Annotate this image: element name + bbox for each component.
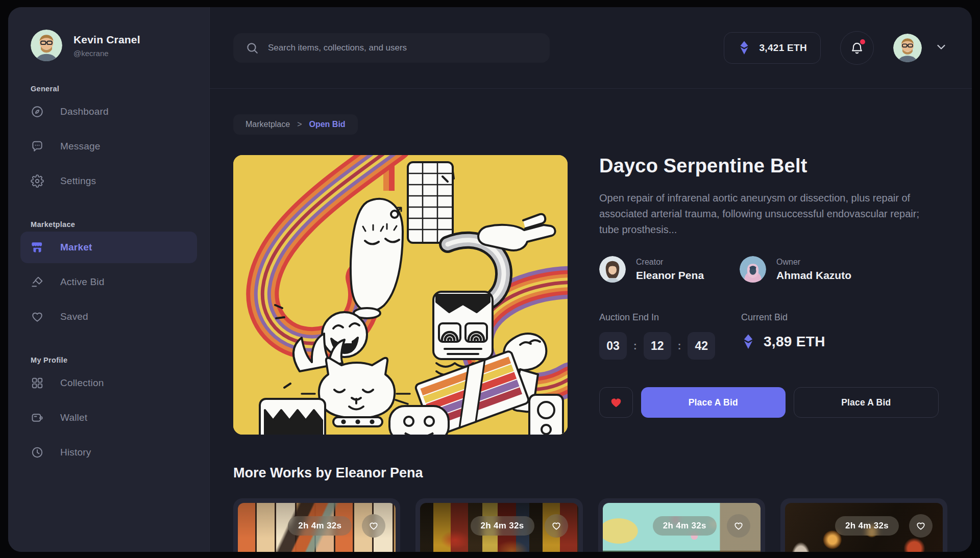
work-like-button[interactable] [545,514,568,538]
breadcrumb-marketplace[interactable]: Marketplace [246,120,290,129]
chevron-down-icon [935,41,947,55]
sidebar-profile-text: Kevin Cranel @kecrane [74,34,140,58]
heart-icon [551,521,562,531]
sidebar-item-label: History [60,447,91,458]
sidebar-profile[interactable]: Kevin Cranel @kecrane [20,30,197,61]
user-handle: @kecrane [74,49,140,58]
wallet-balance-chip[interactable]: 3,421 ETH [724,32,821,64]
sidebar-item-label: Dashboard [60,106,109,117]
sidebar-item-label: Wallet [60,412,87,423]
heart-icon [733,521,744,531]
owner-link[interactable]: Owner Ahmad Kazuto [740,256,851,283]
heart-icon [368,521,379,531]
creator-link[interactable]: Creator Eleanor Pena [599,256,709,283]
sidebar-item-label: Message [60,141,101,152]
sidebar-item-active-bid[interactable]: Active Bid [20,266,197,298]
sidebar-item-history[interactable]: History [20,437,197,468]
notification-dot [860,39,865,44]
work-like-button[interactable] [909,514,933,538]
owner-role: Owner [776,258,851,267]
sidebar-item-collection[interactable]: Collection [20,367,197,399]
creator-role: Creator [636,258,704,267]
sidebar-item-label: Settings [60,175,96,187]
message-icon [31,140,44,153]
work-card-image: 2h 4m 32s [238,503,396,552]
owner-avatar [740,256,766,283]
sidebar-item-market[interactable]: Market [20,232,197,263]
timer-colon: : [633,340,637,352]
more-works-heading: More Works by Eleanor Pena [233,465,947,481]
topbar-avatar [893,34,922,62]
sidebar-item-label: Collection [60,377,104,389]
work-like-button[interactable] [727,514,750,538]
work-card[interactable]: 2h 4m 32s [598,498,765,552]
user-avatar [31,30,62,61]
heart-icon [31,310,44,323]
search-input[interactable] [268,43,537,53]
timer-colon: : [678,340,681,352]
history-icon [31,446,44,459]
work-like-button[interactable] [362,514,385,538]
current-bid: Current Bid 3,89 ETH [741,312,825,360]
user-menu[interactable] [893,34,947,62]
search-bar[interactable] [233,33,550,63]
wallet-icon [31,411,44,424]
work-card-image: 2h 4m 32s [420,503,578,552]
wallet-balance: 3,421 ETH [759,42,807,54]
sidebar-item-settings[interactable]: Settings [20,165,197,197]
place-bid-primary-button[interactable]: Place A Bid [641,387,786,418]
work-card[interactable]: 2h 4m 32s [415,498,582,552]
sidebar-item-label: Active Bid [60,276,104,288]
item-title: Dayco Serpentine Belt [599,155,947,177]
current-bid-label: Current Bid [741,312,825,323]
item-info: Dayco Serpentine Belt Open repair of inf… [599,155,947,435]
sidebar: Kevin Cranel @kecrane General Dashboard … [8,7,210,552]
creator-text: Creator Eleanor Pena [636,258,704,282]
breadcrumb-separator: > [297,120,302,129]
work-card[interactable]: 2h 4m 32s [233,498,400,552]
sidebar-item-wallet[interactable]: Wallet [20,402,197,434]
app-window: Kevin Cranel @kecrane General Dashboard … [8,7,972,552]
favorite-button[interactable] [599,387,633,418]
more-works-grid: 2h 4m 32s 2h 4m 32s [233,498,947,552]
sidebar-item-label: Market [60,242,92,253]
owner-text: Owner Ahmad Kazuto [776,258,851,282]
sidebar-item-saved[interactable]: Saved [20,301,197,333]
work-card-image: 2h 4m 32s [603,503,761,552]
topbar-right: 3,421 ETH [724,31,947,65]
current-bid-value-row: 3,89 ETH [741,333,825,350]
action-buttons: Place A Bid Place A Bid [599,387,939,418]
item-description: Open repair of infrarenal aortic aneurys… [599,190,939,238]
auction-row: Auction End In 03 : 12 : 42 Current Bid [599,312,947,360]
collection-icon [31,376,44,390]
sidebar-section-my-profile: My Profile [20,356,197,364]
topbar: 3,421 ETH [210,7,972,89]
eth-icon [741,333,755,350]
sidebar-section-marketplace: Marketplace [20,220,197,229]
timer-hours: 03 [599,332,627,360]
auction-end-label: Auction End In [599,312,741,323]
settings-icon [31,174,44,188]
timer-minutes: 12 [644,332,671,360]
work-timer-badge: 2h 4m 32s [471,516,534,536]
market-icon [31,241,44,254]
search-icon [246,41,259,55]
artwork-image [233,155,568,435]
auction-countdown: Auction End In 03 : 12 : 42 [599,312,741,360]
heart-icon [609,396,623,409]
sidebar-item-dashboard[interactable]: Dashboard [20,96,197,128]
main-area: 3,421 ETH Marketplace [210,7,972,552]
sidebar-item-message[interactable]: Message [20,131,197,162]
place-bid-secondary-button[interactable]: Place A Bid [794,387,939,418]
creator-name: Eleanor Pena [636,269,704,282]
eth-icon [738,40,751,56]
breadcrumb: Marketplace > Open Bid [233,114,358,135]
sidebar-item-label: Saved [60,311,88,322]
work-timer-badge: 2h 4m 32s [835,516,899,536]
sidebar-section-general: General [20,85,197,93]
people-row: Creator Eleanor Pena Owner Ahmad Kazuto [599,256,947,283]
notifications-button[interactable] [840,31,874,65]
work-card[interactable]: 2h 4m 32s [780,498,947,552]
dashboard-icon [31,105,44,118]
current-bid-amount: 3,89 ETH [764,334,825,350]
